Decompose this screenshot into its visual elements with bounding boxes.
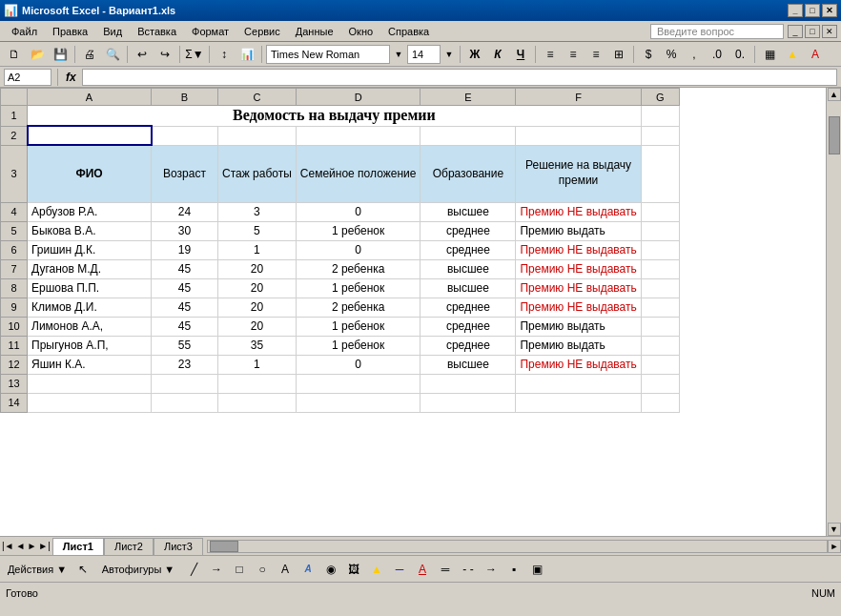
cell-d13[interactable] — [296, 374, 420, 393]
col-header-d[interactable]: D — [296, 89, 420, 106]
cell-obrazovanie-7[interactable]: высшее — [420, 259, 516, 278]
menu-view[interactable]: Вид — [95, 24, 130, 39]
row-num-8[interactable]: 8 — [1, 278, 28, 298]
menu-insert[interactable]: Вставка — [130, 24, 184, 39]
bold-button[interactable]: Ж — [464, 44, 485, 65]
cell-stazh-6[interactable]: 1 — [218, 240, 297, 259]
cell-e2[interactable] — [420, 126, 516, 145]
cell-vozrast-5[interactable]: 30 — [152, 221, 218, 240]
row-num-11[interactable]: 11 — [1, 336, 28, 355]
undo-button[interactable]: ↩ — [132, 44, 153, 65]
cell-reshenie-4[interactable]: Премию НЕ выдавать — [516, 202, 641, 221]
cell-vozrast-9[interactable]: 45 — [152, 298, 218, 317]
cell-stazh-4[interactable]: 3 — [218, 202, 297, 221]
app-minimize-button[interactable]: _ — [788, 25, 803, 38]
cell-obrazovanie-9[interactable]: среднее — [420, 298, 516, 317]
cell-fio-6[interactable]: Гришин Д.К. — [28, 240, 152, 259]
cell-semeynoe-10[interactable]: 1 ребенок — [296, 317, 420, 336]
cell-vozrast-11[interactable]: 55 — [152, 336, 218, 355]
cell-stazh-10[interactable]: 20 — [218, 317, 297, 336]
diagram-button[interactable]: ◉ — [320, 559, 341, 580]
cell-obrazovanie-10[interactable]: среднее — [420, 317, 516, 336]
cell-d14[interactable] — [296, 393, 420, 412]
cell-vozrast-4[interactable]: 24 — [152, 202, 218, 221]
text-button[interactable]: A — [275, 559, 296, 580]
cell-g2[interactable] — [641, 126, 679, 145]
cell-semeynoe-9[interactable]: 2 ребенка — [296, 298, 420, 317]
cell-g3[interactable] — [641, 145, 679, 202]
cell-fio-9[interactable]: Климов Д.И. — [28, 298, 152, 317]
font-dropdown-button[interactable]: ▼ — [392, 44, 405, 65]
cell-e13[interactable] — [420, 374, 516, 393]
font-selector[interactable] — [266, 45, 390, 64]
font-size-selector[interactable] — [407, 45, 441, 64]
row-num-14[interactable]: 14 — [1, 393, 28, 412]
underline-button[interactable]: Ч — [510, 44, 531, 65]
row-num-9[interactable]: 9 — [1, 298, 28, 317]
line-style-button[interactable]: ═ — [435, 559, 456, 580]
header-stazh[interactable]: Стаж работы — [218, 145, 297, 202]
cell-f14[interactable] — [516, 393, 641, 412]
cell-semeynoe-8[interactable]: 1 ребенок — [296, 278, 420, 298]
cell-semeynoe-5[interactable]: 1 ребенок — [296, 221, 420, 240]
menu-tools[interactable]: Сервис — [236, 24, 288, 39]
cell-stazh-8[interactable]: 20 — [218, 278, 297, 298]
print-button[interactable]: 🖨 — [79, 44, 100, 65]
preview-button[interactable]: 🔍 — [102, 44, 123, 65]
horizontal-scrollbar[interactable] — [207, 540, 828, 553]
tab-first-button[interactable]: |◄ — [2, 541, 14, 551]
rect-button[interactable]: □ — [229, 559, 250, 580]
cell-stazh-12[interactable]: 1 — [218, 355, 297, 374]
cell-semeynoe-4[interactable]: 0 — [296, 202, 420, 221]
align-right-button[interactable]: ≡ — [585, 44, 606, 65]
minimize-button[interactable]: _ — [788, 4, 803, 17]
row-num-13[interactable]: 13 — [1, 374, 28, 393]
col-header-e[interactable]: E — [420, 89, 516, 106]
cell-g13[interactable] — [641, 374, 679, 393]
cell-stazh-7[interactable]: 20 — [218, 259, 297, 278]
3d-button[interactable]: ▣ — [526, 559, 547, 580]
cell-semeynoe-12[interactable]: 0 — [296, 355, 420, 374]
window-controls[interactable]: _ □ ✕ — [788, 4, 837, 17]
cell-g7[interactable] — [641, 259, 679, 278]
cell-c14[interactable] — [218, 393, 297, 412]
cell-a14[interactable] — [28, 393, 152, 412]
cell-stazh-5[interactable]: 5 — [218, 221, 297, 240]
cell-vozrast-12[interactable]: 23 — [152, 355, 218, 374]
cell-semeynoe-6[interactable]: 0 — [296, 240, 420, 259]
dash-style-button[interactable]: - - — [458, 559, 479, 580]
cell-fio-12[interactable]: Яшин К.А. — [28, 355, 152, 374]
cell-vozrast-7[interactable]: 45 — [152, 259, 218, 278]
cell-reshenie-8[interactable]: Премию НЕ выдавать — [516, 278, 641, 298]
col-header-b[interactable]: B — [152, 89, 218, 106]
save-button[interactable]: 💾 — [50, 44, 71, 65]
menu-edit[interactable]: Правка — [45, 24, 95, 39]
clipart-button[interactable]: 🖼 — [343, 559, 364, 580]
close-button[interactable]: ✕ — [822, 4, 837, 17]
cell-vozrast-10[interactable]: 45 — [152, 317, 218, 336]
cell-vozrast-8[interactable]: 45 — [152, 278, 218, 298]
cell-c2[interactable] — [218, 126, 297, 145]
cell-g12[interactable] — [641, 355, 679, 374]
header-obrazovanie[interactable]: Образование — [420, 145, 516, 202]
header-reshenie[interactable]: Решение на выдачу премии — [516, 145, 641, 202]
header-semeynoe[interactable]: Семейное положение — [296, 145, 420, 202]
thousands-button[interactable]: , — [684, 44, 705, 65]
arrow-button[interactable]: → — [206, 559, 227, 580]
currency-button[interactable]: $ — [638, 44, 659, 65]
cell-semeynoe-7[interactable]: 2 ребенка — [296, 259, 420, 278]
cell-reference-box[interactable] — [4, 69, 51, 86]
decrease-decimal[interactable]: 0. — [729, 44, 750, 65]
scroll-down-button[interactable]: ▼ — [828, 523, 841, 536]
cell-g9[interactable] — [641, 298, 679, 317]
cell-reshenie-10[interactable]: Премию выдать — [516, 317, 641, 336]
cell-obrazovanie-6[interactable]: среднее — [420, 240, 516, 259]
cell-fio-10[interactable]: Лимонов А.А, — [28, 317, 152, 336]
row-num-10[interactable]: 10 — [1, 317, 28, 336]
cell-reshenie-9[interactable]: Премию НЕ выдавать — [516, 298, 641, 317]
new-button[interactable]: 🗋 — [4, 44, 25, 65]
vertical-scrollbar[interactable]: ▲ ▼ — [826, 88, 841, 536]
oval-button[interactable]: ○ — [252, 559, 273, 580]
cell-d2[interactable] — [296, 126, 420, 145]
cell-g14[interactable] — [641, 393, 679, 412]
